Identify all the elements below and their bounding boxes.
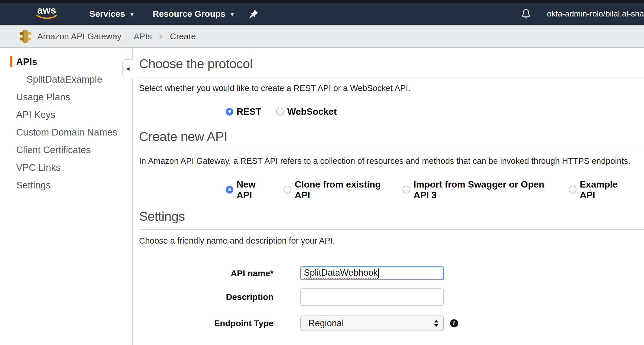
radio-option-websocket[interactable]: WebSocket: [276, 106, 337, 117]
sidebar-item-vpc-links[interactable]: VPC Links: [0, 162, 132, 180]
endpoint-type-value: Regional: [308, 318, 344, 329]
radio-label: New API: [237, 179, 269, 201]
service-name[interactable]: Amazon API Gateway: [37, 31, 121, 41]
description-label: Description: [139, 292, 274, 302]
section-title-protocol: Choose the protocol: [139, 57, 644, 70]
nav-services-label: Services: [89, 9, 125, 19]
main-content: Choose the protocol Select whether you w…: [133, 48, 644, 345]
endpoint-type-select[interactable]: Regional: [300, 316, 444, 331]
section-title-settings: Settings: [139, 210, 644, 223]
radio-unselected-icon[interactable]: [276, 108, 284, 116]
page-layout: APIs SplitDataExample Usage Plans API Ke…: [0, 48, 644, 345]
aws-smile-icon: [36, 14, 57, 20]
radio-label: WebSocket: [287, 106, 337, 117]
settings-description: Choose a friendly name and description f…: [139, 236, 644, 246]
api-gateway-icon: [19, 29, 32, 44]
collapse-left-icon: ◀: [126, 66, 130, 71]
sidebar-item-label: VPC Links: [16, 162, 61, 173]
radio-unselected-icon[interactable]: [284, 186, 291, 194]
radio-option-rest[interactable]: REST: [226, 106, 261, 117]
section-divider: [139, 77, 644, 77]
sidebar-item-label: Usage Plans: [16, 92, 70, 103]
sidebar-collapse-button[interactable]: ◀: [122, 59, 133, 78]
sidebar-item-api-keys[interactable]: API Keys: [0, 109, 132, 127]
api-name-input[interactable]: SplitDataWebhook: [300, 266, 444, 280]
sidebar-item-label: Settings: [16, 180, 50, 191]
radio-unselected-icon[interactable]: [569, 186, 576, 194]
radio-selected-icon[interactable]: [226, 186, 233, 194]
protocol-radio-group: REST WebSocket: [226, 106, 644, 117]
section-divider: [139, 229, 644, 230]
radio-label: Import from Swagger or Open API 3: [413, 179, 554, 201]
radio-option-example-api[interactable]: Example API: [569, 179, 629, 201]
breadcrumb: APIs > Create: [134, 31, 196, 41]
breadcrumb-separator: >: [159, 32, 163, 41]
nav-resource-groups-label: Resource Groups: [153, 9, 225, 19]
settings-form: API name* SplitDataWebhook Description E…: [139, 266, 644, 331]
sidebar-item-settings[interactable]: Settings: [0, 180, 132, 197]
radio-option-new-api[interactable]: New API: [226, 179, 269, 201]
section-title-create: Create new API: [139, 130, 644, 143]
create-description: In Amazon API Gateway, a REST API refers…: [139, 157, 644, 166]
endpoint-type-row: Endpoint Type Regional i: [139, 316, 644, 331]
sidebar-item-custom-domain-names[interactable]: Custom Domain Names: [0, 127, 132, 144]
sidebar-item-usage-plans[interactable]: Usage Plans: [0, 92, 132, 109]
active-indicator-bar: [10, 56, 12, 67]
radio-option-import-swagger[interactable]: Import from Swagger or Open API 3: [402, 179, 554, 201]
radio-selected-icon[interactable]: [226, 108, 233, 116]
breadcrumb-apis-link[interactable]: APIs: [134, 31, 152, 41]
breadcrumb-current: Create: [170, 31, 196, 41]
sidebar-item-label: APIs: [16, 56, 37, 67]
sidebar-item-apis[interactable]: APIs: [0, 56, 132, 74]
description-input[interactable]: [300, 288, 444, 306]
top-navbar: aws Services ▼ Resource Groups ▼ okta-ad…: [0, 3, 644, 25]
description-row: Description: [139, 288, 644, 306]
navbar-right-group: okta-admin-role/bilal.al-sha: [521, 8, 644, 20]
nav-resource-groups-menu[interactable]: Resource Groups ▼: [153, 9, 235, 19]
window-top-strip: [0, 0, 644, 3]
section-divider: [139, 150, 644, 150]
account-menu[interactable]: okta-admin-role/bilal.al-sha: [547, 9, 644, 18]
create-type-radio-group: New API Clone from existing API Import f…: [226, 179, 644, 201]
api-name-value: SplitDataWebhook: [304, 268, 378, 279]
protocol-description: Select whether you would like to create …: [139, 84, 644, 93]
sidebar-item-client-certificates[interactable]: Client Certificates: [0, 144, 132, 162]
aws-logo[interactable]: aws: [36, 6, 58, 22]
sidebar-item-label: SplitDataExample: [27, 74, 102, 85]
pin-icon[interactable]: [249, 9, 259, 19]
chevron-down-icon: ▼: [129, 11, 135, 18]
chevron-down-icon: ▼: [229, 11, 235, 18]
radio-label: Clone from existing API: [295, 179, 387, 201]
sidebar-item-label: Client Certificates: [16, 144, 91, 155]
sidebar: APIs SplitDataExample Usage Plans API Ke…: [0, 48, 133, 345]
radio-label: REST: [237, 106, 261, 117]
api-name-row: API name* SplitDataWebhook: [139, 266, 644, 280]
api-name-label: API name*: [139, 268, 274, 278]
endpoint-type-label: Endpoint Type: [139, 318, 274, 328]
service-header-bar: Amazon API Gateway APIs > Create: [0, 25, 644, 48]
info-icon[interactable]: i: [450, 319, 458, 327]
radio-option-clone[interactable]: Clone from existing API: [284, 179, 387, 201]
nav-services-menu[interactable]: Services ▼: [89, 9, 135, 19]
aws-logo-text: aws: [37, 6, 56, 14]
notifications-bell-icon[interactable]: [521, 8, 531, 20]
radio-label: Example API: [580, 179, 629, 201]
radio-unselected-icon[interactable]: [402, 186, 410, 194]
text-caret: [378, 268, 379, 278]
select-stepper-icon: [434, 320, 438, 327]
sidebar-item-splitdataexample[interactable]: SplitDataExample: [0, 74, 132, 92]
header-divider: [125, 25, 125, 47]
sidebar-item-label: API Keys: [16, 109, 55, 120]
sidebar-item-label: Custom Domain Names: [16, 127, 117, 138]
